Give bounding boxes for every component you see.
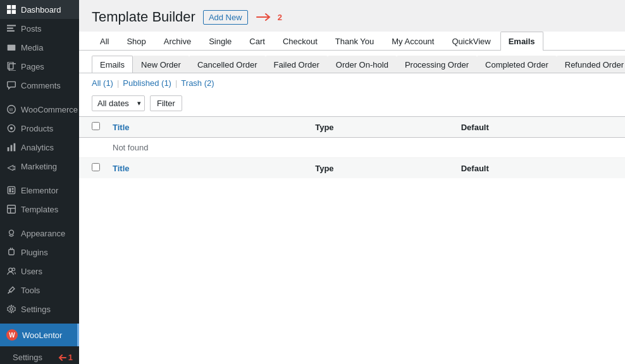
sidebar-item-label: Elementor (21, 186, 58, 195)
annotation-1-label: 1 (68, 353, 73, 362)
sidebar-item-media[interactable]: Media (0, 38, 79, 57)
col-title-footer[interactable]: Title (100, 158, 302, 179)
filter-button[interactable]: Filter (150, 95, 182, 111)
sidebar-item-posts[interactable]: Posts (0, 19, 79, 38)
arrow-right-icon (256, 13, 275, 21)
subtab-completed-order[interactable]: Completed Order (477, 56, 557, 73)
table-footer-row: Title Type Default (79, 158, 625, 179)
sidebar-item-appearance[interactable]: Appearance (0, 224, 79, 243)
col-default-header: Default (449, 117, 625, 138)
templates-icon (6, 204, 16, 214)
woocommerce-icon: W (6, 104, 16, 114)
svg-rect-17 (14, 143, 16, 152)
sidebar-item-label: Appearance (21, 229, 65, 238)
sidebar-item-tools[interactable]: Tools (0, 281, 79, 300)
select-all-checkbox[interactable] (92, 122, 100, 130)
tab-checkout[interactable]: Checkout (275, 32, 326, 51)
sidebar-item-label: Comments (21, 81, 61, 90)
subtab-failed-order[interactable]: Failed Order (266, 56, 328, 73)
tab-my-account[interactable]: My Account (383, 32, 442, 51)
tools-icon (6, 285, 16, 295)
analytics-icon (6, 142, 16, 152)
sidebar-item-label: Settings (21, 305, 51, 314)
filter-row: All dates Filter (79, 93, 625, 116)
appearance-icon (6, 228, 16, 238)
svg-rect-19 (9, 188, 11, 193)
date-select-wrapper: All dates (92, 95, 145, 111)
col-title-header[interactable]: Title (100, 117, 302, 138)
primary-tabs: All Shop Archive Single Cart Checkout Th… (79, 32, 625, 51)
tab-thank-you[interactable]: Thank You (327, 32, 382, 51)
marketing-icon (6, 161, 16, 171)
subtab-processing-order[interactable]: Processing Order (397, 56, 477, 73)
filter-all-link[interactable]: All (1) (92, 78, 113, 88)
select-all-footer-checkbox[interactable] (92, 163, 100, 171)
sidebar-item-label: Plugins (21, 248, 48, 257)
filter-links: All (1) | Published (1) | Trash (2) (79, 73, 625, 93)
sidebar-item-woocommerce[interactable]: W WooCommerce (0, 100, 79, 119)
sidebar-item-pages[interactable]: Pages (0, 57, 79, 76)
date-select[interactable]: All dates (92, 95, 145, 111)
secondary-tabs: Emails New Order Cancelled Order Failed … (79, 51, 625, 73)
sidebar-item-marketing[interactable]: Marketing (0, 157, 79, 176)
subtab-new-order[interactable]: New Order (133, 56, 189, 73)
tab-shop[interactable]: Shop (118, 32, 154, 51)
sidebar-item-label: Templates (21, 205, 58, 214)
subtab-refunded-order[interactable]: Refunded Order (557, 56, 625, 73)
arrow-left-icon (57, 355, 67, 361)
annotation-2: 2 (256, 13, 282, 22)
svg-rect-23 (8, 208, 16, 209)
svg-rect-2 (7, 10, 11, 14)
svg-rect-9 (8, 62, 13, 69)
add-new-button[interactable]: Add New (203, 10, 248, 25)
content-area: All Shop Archive Single Cart Checkout Th… (79, 32, 625, 364)
subtab-cancelled-order[interactable]: Cancelled Order (189, 56, 266, 73)
tab-quickview[interactable]: QuickView (443, 32, 498, 51)
table-header-row: Title Type Default (79, 117, 625, 138)
settings-icon (6, 304, 16, 314)
svg-rect-0 (7, 5, 11, 9)
tab-cart[interactable]: Cart (241, 32, 273, 51)
users-icon (6, 266, 16, 276)
sidebar-item-elementor[interactable]: Elementor (0, 181, 79, 200)
svg-point-30 (12, 268, 15, 270)
tab-archive[interactable]: Archive (156, 32, 199, 51)
sidebar: Dashboard Posts Media Pages Comments W W… (0, 0, 79, 364)
svg-rect-4 (7, 25, 16, 26)
subtab-order-on-hold[interactable]: Order On-hold (328, 56, 397, 73)
sidebar-item-dashboard[interactable]: Dashboard (0, 0, 79, 19)
col-checkbox-header (79, 117, 100, 138)
sidebar-item-label: Posts (21, 24, 42, 33)
tab-single[interactable]: Single (201, 32, 240, 51)
comments-icon (6, 80, 16, 90)
sidebar-item-analytics[interactable]: Analytics (0, 138, 79, 157)
svg-point-29 (9, 268, 13, 272)
col-type-header: Type (302, 117, 449, 138)
svg-rect-22 (8, 205, 16, 214)
sidebar-item-users[interactable]: Users (0, 262, 79, 281)
sidebar-item-label: Products (21, 124, 53, 133)
main-content: Template Builder Add New 2 All Shop Arch… (79, 0, 625, 364)
sidebar-item-label: Tools (21, 286, 40, 295)
sidebar-item-products[interactable]: Products (0, 119, 79, 138)
woolentor-settings-item[interactable]: Settings 1 (0, 349, 79, 364)
sidebar-item-plugins[interactable]: Plugins (0, 243, 79, 262)
sidebar-item-label: Media (21, 43, 43, 52)
tab-all[interactable]: All (92, 32, 117, 51)
svg-rect-20 (12, 188, 14, 190)
table-row-not-found: Not found (79, 138, 625, 158)
woolentor-menu-item[interactable]: W WooLentor (0, 324, 79, 346)
tab-emails[interactable]: Emails (500, 32, 543, 51)
subtab-emails[interactable]: Emails (92, 56, 133, 73)
filter-published-link[interactable]: Published (1) (123, 78, 171, 88)
items-table: Title Type Default Not found (79, 116, 625, 178)
filter-trash-link[interactable]: Trash (2) (181, 78, 214, 88)
sidebar-item-comments[interactable]: Comments (0, 76, 79, 95)
sidebar-item-templates[interactable]: Templates (0, 200, 79, 219)
sidebar-item-label: Analytics (21, 143, 54, 152)
sidebar-item-settings[interactable]: Settings (0, 300, 79, 318)
svg-rect-3 (12, 10, 16, 14)
sidebar-item-label: Pages (21, 62, 44, 71)
elementor-icon (6, 185, 16, 195)
svg-rect-15 (8, 147, 9, 151)
